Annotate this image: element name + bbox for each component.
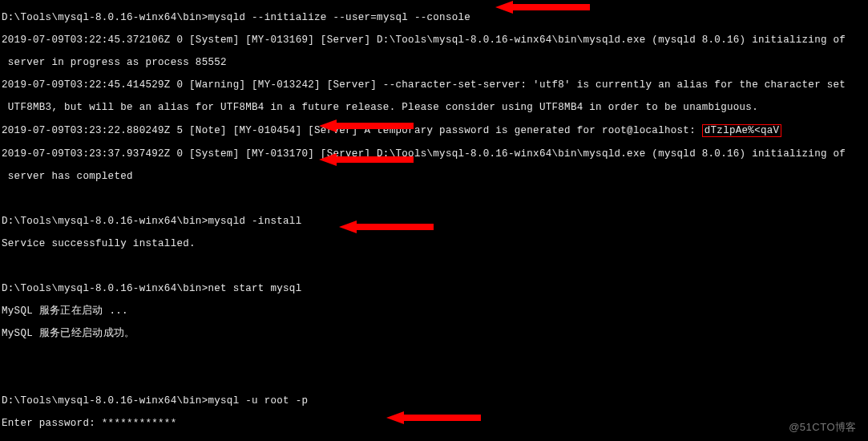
blank-line [2, 193, 868, 204]
blank-line [2, 261, 868, 272]
cmd-netstart: net start mysql [208, 283, 301, 294]
prompt: D:\Tools\mysql-8.0.16-winx64\bin> [2, 395, 208, 407]
output-line: UTF8MB3, but will be an alias for UTF8MB… [2, 102, 868, 113]
prompt: D:\Tools\mysql-8.0.16-winx64\bin> [2, 12, 208, 23]
watermark: @51CTO博客 [789, 422, 857, 433]
output-line: Service successfully installed. [2, 238, 868, 249]
output-line: 2019-07-09T03:23:37.937492Z 0 [System] [… [2, 148, 868, 160]
prompt: D:\Tools\mysql-8.0.16-winx64\bin> [2, 216, 208, 227]
terminal-output[interactable]: D:\Tools\mysql-8.0.16-winx64\bin>mysqld … [0, 0, 868, 441]
blank-line [2, 350, 868, 362]
output-line: MySQL 服务已经启动成功。 [2, 328, 868, 339]
output-line: 2019-07-09T03:22:45.372106Z 0 [System] [… [2, 34, 868, 46]
output-line: MySQL 服务正在启动 ... [2, 305, 868, 317]
cmd-install: mysqld -install [208, 216, 301, 227]
output-line: server has completed [2, 171, 868, 182]
output-line: server in progress as process 85552 [2, 57, 868, 68]
prompt: D:\Tools\mysql-8.0.16-winx64\bin> [2, 283, 208, 294]
cmd-initialize: mysqld --initialize --user=mysql --conso… [208, 12, 470, 23]
blank-line [2, 373, 868, 384]
output-line: Enter password: ************ [2, 418, 868, 429]
output-line: 2019-07-09T03:23:22.880249Z 5 [Note] [MY… [2, 125, 702, 136]
cmd-mysql-login: mysql -u root -p [208, 395, 308, 407]
output-line: 2019-07-09T03:22:45.414529Z 0 [Warning] … [2, 79, 868, 91]
temp-password-highlight: dTzlpAe%<qaV [702, 124, 782, 137]
